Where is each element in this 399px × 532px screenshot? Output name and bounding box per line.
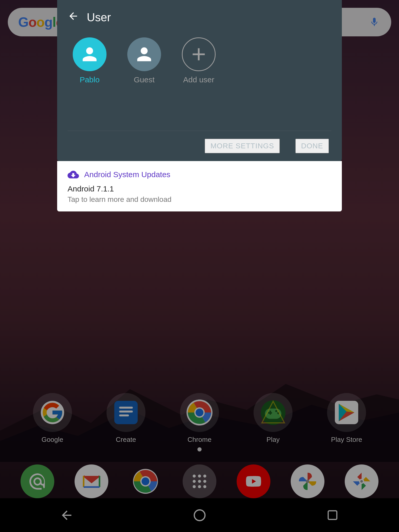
user-item-pablo[interactable]: Pablo [73, 37, 107, 84]
pablo-avatar [73, 37, 107, 71]
update-header: Android System Updates [68, 169, 331, 180]
modal-actions: MORE SETTINGS DONE [57, 131, 342, 161]
user-item-guest[interactable]: Guest [127, 37, 161, 84]
done-button[interactable]: DONE [295, 139, 329, 153]
user-modal: User Pablo Guest Add user MORE SETTINGS [57, 0, 342, 161]
pablo-label: Pablo [80, 75, 100, 84]
modal-header: User [57, 0, 342, 32]
update-app-name: Android System Updates [84, 170, 170, 179]
update-description: Tap to learn more and download [68, 195, 331, 204]
users-row: Pablo Guest Add user [57, 32, 342, 89]
update-icon [68, 169, 79, 180]
guest-avatar [127, 37, 161, 71]
guest-label: Guest [134, 75, 155, 84]
back-button[interactable] [68, 10, 79, 24]
add-user-avatar [182, 37, 216, 71]
system-update-card[interactable]: Android System Updates Android 7.1.1 Tap… [57, 161, 342, 211]
add-user-label: Add user [183, 75, 214, 84]
user-item-add[interactable]: Add user [182, 37, 216, 84]
update-version: Android 7.1.1 [68, 184, 331, 193]
more-settings-button[interactable]: MORE SETTINGS [205, 139, 280, 153]
modal-title: User [87, 11, 111, 24]
